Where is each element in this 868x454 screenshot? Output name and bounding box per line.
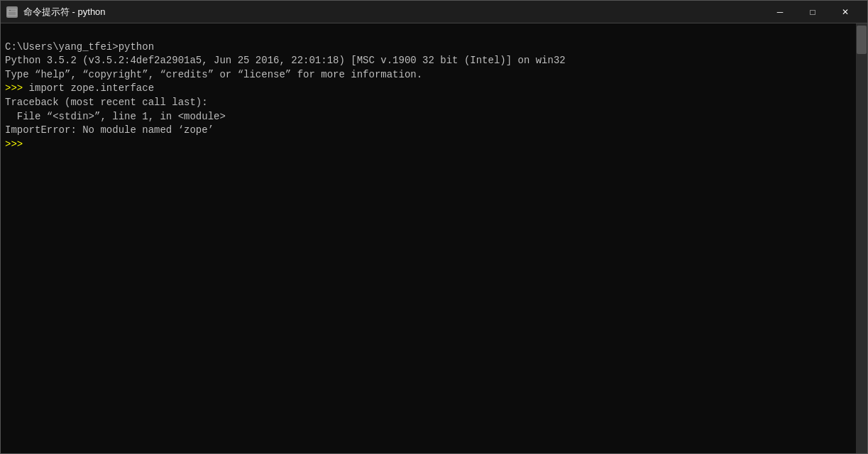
line-type-info: Type “help”, “copyright”, “credits” or “…: [5, 69, 422, 80]
window-controls: ─ □ ✕: [764, 1, 862, 23]
window-title: 命令提示符 - python: [23, 6, 764, 18]
svg-rect-0: [8, 9, 16, 16]
line-traceback: Traceback (most recent call last):: [5, 97, 208, 108]
close-button[interactable]: ✕: [829, 1, 862, 23]
line-path: C:\Users\yang_tfei>python: [5, 41, 154, 53]
minimize-button[interactable]: ─: [764, 1, 796, 23]
svg-rect-2: [9, 10, 11, 11]
cmd-window: 命令提示符 - python ─ □ ✕ C:\Users\yang_tfei>…: [0, 0, 868, 454]
line-prompt2: >>>: [5, 139, 23, 150]
scrollbar[interactable]: [856, 23, 867, 453]
line-prompt1: >>>: [5, 82, 29, 94]
line-file: File “<stdin>”, line 1, in <module>: [5, 111, 226, 122]
maximize-button[interactable]: □: [796, 1, 829, 23]
line-python-ver: Python 3.5.2 (v3.5.2:4def2a2901a5, Jun 2…: [5, 55, 566, 66]
scrollbar-thumb[interactable]: [857, 26, 867, 54]
title-bar: 命令提示符 - python ─ □ ✕: [1, 1, 867, 23]
line-error: ImportError: No module named ‘zope’: [5, 124, 214, 136]
window-icon: [6, 6, 18, 18]
console-area: C:\Users\yang_tfei>python Python 3.5.2 (…: [1, 23, 867, 453]
console-output[interactable]: C:\Users\yang_tfei>python Python 3.5.2 (…: [1, 23, 856, 453]
